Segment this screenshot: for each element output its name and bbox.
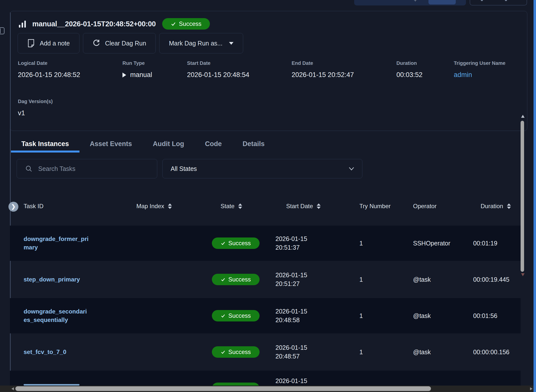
header-operator: Operator — [413, 203, 473, 210]
header-map-index[interactable]: Map Index — [125, 203, 212, 210]
panel-toggle-icon[interactable] — [0, 27, 4, 34]
task-status-badge: Success — [212, 274, 260, 285]
table-header-row: Task ID Map Index State Start Date Try N… — [10, 199, 521, 214]
task-link[interactable]: step_down_primary — [24, 275, 80, 284]
search-icon — [25, 165, 32, 172]
header-task-id[interactable]: Task ID — [10, 203, 125, 210]
expand-panel-button[interactable]: ❯ — [8, 202, 18, 212]
note-icon — [27, 39, 35, 47]
tab-code[interactable]: Code — [194, 135, 232, 153]
end-date-field: End Date 2026-01-15 20:52:47 — [292, 60, 354, 79]
start-date-field: Start Date 2026-01-15 20:48:54 — [187, 60, 249, 79]
bar-chart-icon — [19, 20, 26, 28]
play-icon — [122, 73, 126, 78]
state-filter-select[interactable]: All States — [162, 159, 362, 178]
cropped-glyph — [505, 0, 507, 1]
scroll-left-arrow[interactable] — [11, 387, 14, 390]
detail-tabs: Task Instances Asset Events Audit Log Co… — [11, 135, 275, 153]
run-metadata: Logical Date 2026-01-15 20:48:52 Run Typ… — [10, 60, 527, 98]
vertical-scrollbar-thumb[interactable] — [521, 121, 524, 272]
sort-icon — [168, 203, 172, 209]
table-row: downgrade_former_primary Success 2026-01… — [10, 226, 521, 261]
mark-dag-run-as-button[interactable]: Mark Dag Run as... — [159, 33, 243, 53]
logical-date-field: Logical Date 2026-01-15 20:48:52 — [18, 60, 80, 79]
task-status-badge: Success — [212, 346, 260, 358]
state-filter-value: All States — [171, 165, 197, 172]
table-row: downgrade_secondaries_sequentially Succe… — [10, 298, 521, 333]
cropped-glyph — [481, 0, 483, 1]
chevron-down-icon — [348, 166, 355, 171]
task-status-badge: Success — [212, 237, 260, 249]
search-tasks-box — [17, 159, 157, 178]
check-icon — [221, 350, 226, 354]
run-type-field: Run Type manual — [122, 60, 152, 79]
scroll-right-arrow[interactable] — [530, 387, 533, 390]
clear-dag-run-button[interactable]: Clear Dag Run — [83, 33, 156, 53]
table-row: set_fcv_to_7_0 Success 2026-01-1520:48:5… — [10, 334, 521, 370]
task-status-badge: Success — [212, 310, 260, 321]
sort-icon — [238, 203, 242, 209]
cropped-toolbar-button[interactable] — [428, 0, 456, 4]
tab-details[interactable]: Details — [232, 135, 275, 153]
plus-icon: + — [414, 0, 417, 3]
horizontal-scrollbar-thumb[interactable] — [15, 386, 431, 391]
chevron-down-icon — [229, 42, 233, 45]
duration-field: Duration 00:03:52 — [396, 60, 422, 79]
check-icon — [221, 241, 226, 246]
check-icon — [171, 21, 176, 27]
refresh-icon — [93, 39, 100, 47]
task-link[interactable]: set_fcv_to_7_0 — [24, 348, 66, 356]
run-status-badge: Success — [162, 18, 210, 30]
tab-asset-events[interactable]: Asset Events — [79, 135, 143, 153]
header-duration[interactable]: Duration — [473, 203, 521, 210]
dag-run-details-page: + manual__2026-01-15T20:48:52+00:00 Succ… — [0, 0, 536, 392]
sort-icon — [317, 203, 321, 209]
header-state[interactable]: State — [212, 203, 275, 210]
tab-audit-log[interactable]: Audit Log — [142, 135, 194, 153]
search-tasks-input[interactable] — [38, 165, 152, 173]
sort-icon — [507, 203, 511, 209]
add-note-button[interactable]: Add a note — [18, 33, 79, 53]
table-row: step_down_primary Success 2026-01-1520:5… — [10, 262, 521, 297]
task-link[interactable]: downgrade_secondaries_sequentially — [24, 307, 89, 324]
cropped-toolbar-box[interactable] — [470, 0, 527, 5]
header-try-number: Try Number — [359, 203, 413, 210]
triggering-user-link[interactable]: admin — [454, 71, 472, 79]
dag-version-field: Dag Version(s) v1 — [18, 99, 53, 117]
check-icon — [221, 277, 226, 282]
cropped-toolbar-segment[interactable]: + — [354, 0, 466, 5]
dag-run-title: manual__2026-01-15T20:48:52+00:00 — [32, 20, 156, 28]
dag-run-card: manual__2026-01-15T20:48:52+00:00 Succes… — [10, 11, 527, 131]
scroll-up-arrow[interactable] — [521, 115, 525, 118]
tab-task-instances[interactable]: Task Instances — [11, 135, 79, 153]
check-icon — [221, 313, 226, 318]
horizontal-scrollbar — [0, 386, 536, 392]
scroll-down-arrow[interactable] — [521, 273, 525, 276]
triggering-user-field: Triggering User Name admin — [454, 60, 505, 79]
header-start-date[interactable]: Start Date — [275, 203, 359, 210]
window-scrollbar-accent[interactable] — [534, 0, 536, 392]
task-instances-table: Task ID Map Index State Start Date Try N… — [10, 199, 521, 214]
task-link[interactable]: downgrade_former_primary — [24, 235, 89, 252]
